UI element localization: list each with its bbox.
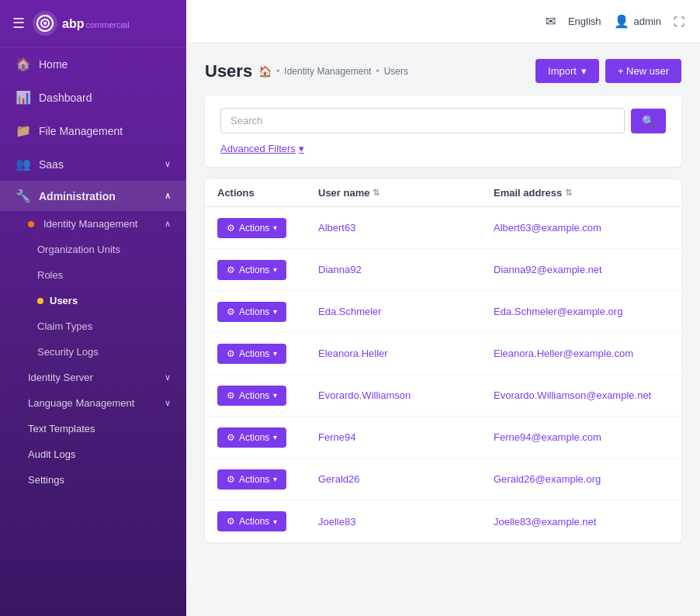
sidebar-item-file-label: File Management <box>39 125 123 137</box>
actions-label-3: Actions <box>239 348 269 359</box>
email-icon: ✉ <box>546 14 556 29</box>
actions-button-4[interactable]: ⚙ Actions ▾ <box>217 386 286 406</box>
dashboard-icon: 📊 <box>16 90 31 105</box>
identity-dot <box>28 221 34 227</box>
actions-button-6[interactable]: ⚙ Actions ▾ <box>217 469 286 490</box>
actions-chevron-4: ▾ <box>273 391 277 400</box>
sidebar-item-org-units[interactable]: Organization Units <box>0 237 186 262</box>
search-input[interactable] <box>220 108 625 133</box>
sidebar-item-saas-label: Saas <box>39 158 64 171</box>
breadcrumb-identity: Identity Management <box>284 66 371 77</box>
username-cell-6: Gerald26 <box>318 473 494 485</box>
administration-chevron: ∧ <box>165 191 171 201</box>
actions-chevron-1: ▾ <box>273 265 277 274</box>
actions-button-2[interactable]: ⚙ Actions ▾ <box>217 302 286 322</box>
expand-icon: ⛶ <box>674 16 684 28</box>
identity-chevron: ∧ <box>165 219 171 229</box>
logo-icon <box>33 11 57 36</box>
sidebar-item-file-management[interactable]: 📁 File Management <box>0 114 186 147</box>
identity-server-chevron: ∨ <box>165 372 171 382</box>
sidebar-item-administration[interactable]: 🔧 Administration ∧ <box>0 181 186 211</box>
file-icon: 📁 <box>16 123 31 138</box>
actions-chevron-6: ▾ <box>273 475 277 483</box>
actions-label-0: Actions <box>239 223 269 234</box>
import-button[interactable]: Import ▾ <box>535 59 599 83</box>
email-cell-2: Eda.Schmeler@example.org <box>494 306 669 317</box>
new-user-button[interactable]: + New user <box>605 59 681 83</box>
topbar-user[interactable]: 👤 admin <box>614 14 661 29</box>
wrench-icon: 🔧 <box>16 189 31 203</box>
saas-icon: 👥 <box>16 157 31 171</box>
col-email[interactable]: Email address ⇅ <box>494 187 669 199</box>
sidebar-item-settings[interactable]: Settings <box>0 467 186 493</box>
gear-icon-5: ⚙ <box>227 432 235 443</box>
advanced-filters-toggle[interactable]: Advanced Filters ▾ <box>220 143 666 154</box>
sidebar-item-security-logs[interactable]: Security Logs <box>0 339 186 365</box>
topbar-expand[interactable]: ⛶ <box>674 16 684 28</box>
username-cell-7: Joelle83 <box>318 516 494 528</box>
sidebar-item-audit-logs[interactable]: Audit Logs <box>0 441 186 467</box>
col-username[interactable]: User name ⇅ <box>318 187 494 199</box>
actions-cell-4: ⚙ Actions ▾ <box>217 386 318 406</box>
identity-management-label: Identity Management <box>43 218 137 230</box>
page-content: Users 🏠 • Identity Management • Users Im… <box>186 43 700 616</box>
username-cell-2: Eda.Schmeler <box>318 306 494 317</box>
sidebar-item-claim-types[interactable]: Claim Types <box>0 313 186 339</box>
gear-icon-4: ⚙ <box>227 390 235 401</box>
sidebar-item-home[interactable]: 🏠 Home <box>0 47 186 81</box>
actions-chevron-3: ▾ <box>273 349 277 358</box>
actions-label-1: Actions <box>239 265 269 275</box>
actions-label-5: Actions <box>239 432 269 443</box>
hamburger-icon[interactable]: ☰ <box>12 15 25 32</box>
language-label: English <box>568 16 601 27</box>
email-cell-6: Gerald26@example.org <box>494 473 669 485</box>
actions-label-2: Actions <box>239 306 269 317</box>
sidebar-item-dashboard[interactable]: 📊 Dashboard <box>0 81 186 114</box>
topbar-language[interactable]: English <box>568 16 601 27</box>
page-title: Users <box>205 61 252 81</box>
username-sort-icon: ⇅ <box>373 188 379 198</box>
username-cell-1: Dianna92 <box>318 264 494 275</box>
actions-button-1[interactable]: ⚙ Actions ▾ <box>217 260 286 280</box>
identity-server-label: Identity Server <box>28 372 93 383</box>
breadcrumb-home-icon: 🏠 <box>258 65 272 78</box>
table-row: ⚙ Actions ▾ Ferne94 Ferne94@example.com <box>205 417 681 459</box>
sidebar-item-saas[interactable]: 👥 Saas ∨ <box>0 147 186 181</box>
breadcrumb-sep-2: • <box>376 66 379 77</box>
users-dot <box>37 298 43 304</box>
sidebar-item-text-templates[interactable]: Text Templates <box>0 416 186 441</box>
sidebar-item-identity-management[interactable]: Identity Management ∧ <box>0 211 186 237</box>
sidebar-item-identity-server[interactable]: Identity Server ∨ <box>0 365 186 390</box>
sidebar-item-dashboard-label: Dashboard <box>39 92 92 104</box>
table-header: Actions User name ⇅ Email address ⇅ <box>205 179 681 207</box>
search-button[interactable]: 🔍 <box>631 109 666 133</box>
header-buttons: Import ▾ + New user <box>535 59 681 83</box>
topbar-email[interactable]: ✉ <box>546 14 556 29</box>
import-label: Import <box>548 65 577 77</box>
actions-label-6: Actions <box>239 474 269 485</box>
language-management-chevron: ∨ <box>165 398 171 408</box>
gear-icon-0: ⚙ <box>227 223 235 234</box>
actions-button-5[interactable]: ⚙ Actions ▾ <box>217 427 286 448</box>
actions-button-0[interactable]: ⚙ Actions ▾ <box>217 218 286 238</box>
sidebar-item-home-label: Home <box>39 58 68 71</box>
email-cell-4: Evorardo.Williamson@example.net <box>494 389 669 401</box>
email-cell-5: Ferne94@example.com <box>494 431 669 443</box>
svg-point-2 <box>43 22 47 25</box>
actions-cell-7: ⚙ Actions ▾ <box>217 511 318 531</box>
actions-button-7[interactable]: ⚙ Actions ▾ <box>217 511 286 531</box>
username-cell-4: Evorardo.Williamson <box>318 389 494 401</box>
username-cell-5: Ferne94 <box>318 431 494 443</box>
topbar-username: admin <box>634 16 661 27</box>
sidebar-item-users[interactable]: Users <box>0 288 186 313</box>
breadcrumb-users: Users <box>384 66 408 77</box>
email-sort-icon: ⇅ <box>565 188 572 198</box>
sidebar-item-language-management[interactable]: Language Management ∨ <box>0 390 186 416</box>
actions-button-3[interactable]: ⚙ Actions ▾ <box>217 344 286 364</box>
email-cell-3: Eleanora.Heller@example.com <box>494 348 669 359</box>
logo-text: abpcommercial <box>62 16 130 32</box>
gear-icon-3: ⚙ <box>227 348 235 359</box>
topbar: ✉ English 👤 admin ⛶ <box>186 0 700 43</box>
table-row: ⚙ Actions ▾ Eda.Schmeler Eda.Schmeler@ex… <box>205 291 681 333</box>
sidebar-item-roles[interactable]: Roles <box>0 262 186 288</box>
